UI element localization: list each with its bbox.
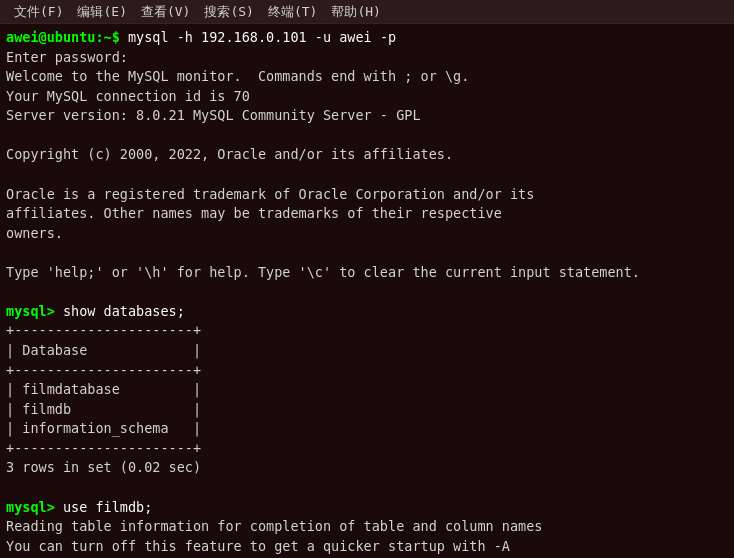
mysql-line: mysql> use filmdb; — [6, 498, 728, 518]
terminal-output-line: owners. — [6, 224, 728, 244]
menu-item-t[interactable]: 终端(T) — [262, 2, 323, 22]
mysql-command: use filmdb; — [63, 499, 152, 515]
terminal-output-line: Your MySQL connection id is 70 — [6, 87, 728, 107]
terminal-output-line: Reading table information for completion… — [6, 517, 728, 537]
blank-line — [6, 165, 728, 185]
terminal-output-line: +----------------------+ — [6, 321, 728, 341]
shell-prompt: awei@ubuntu:~$ — [6, 29, 128, 45]
mysql-line: mysql> show databases; — [6, 302, 728, 322]
menu-item-f[interactable]: 文件(F) — [8, 2, 69, 22]
mysql-prompt: mysql> — [6, 499, 63, 515]
mysql-prompt: mysql> — [6, 303, 63, 319]
shell-command: mysql -h 192.168.0.101 -u awei -p — [128, 29, 396, 45]
menu-item-s[interactable]: 搜索(S) — [198, 2, 259, 22]
blank-line — [6, 478, 728, 498]
terminal-output-line: | filmdb | — [6, 400, 728, 420]
terminal-output-line: | Database | — [6, 341, 728, 361]
menu-item-e[interactable]: 编辑(E) — [71, 2, 132, 22]
terminal-line: awei@ubuntu:~$ mysql -h 192.168.0.101 -u… — [6, 28, 728, 48]
terminal-output-line: You can turn off this feature to get a q… — [6, 537, 728, 557]
terminal-output-line: Type 'help;' or '\h' for help. Type '\c'… — [6, 263, 728, 283]
terminal-body[interactable]: awei@ubuntu:~$ mysql -h 192.168.0.101 -u… — [0, 24, 734, 558]
terminal-output-line: | information_schema | — [6, 419, 728, 439]
menu-item-h[interactable]: 帮助(H) — [325, 2, 386, 22]
blank-line — [6, 243, 728, 263]
terminal-output-line: Enter password: — [6, 48, 728, 68]
terminal-output-line: Server version: 8.0.21 MySQL Community S… — [6, 106, 728, 126]
menu-item-v[interactable]: 查看(V) — [135, 2, 196, 22]
terminal-output-line: +----------------------+ — [6, 361, 728, 381]
title-bar: 文件(F)编辑(E)查看(V)搜索(S)终端(T)帮助(H) — [0, 0, 734, 24]
blank-line — [6, 282, 728, 302]
blank-line — [6, 126, 728, 146]
terminal-output-line: Oracle is a registered trademark of Orac… — [6, 185, 728, 205]
terminal-output-line: Copyright (c) 2000, 2022, Oracle and/or … — [6, 145, 728, 165]
mysql-command: show databases; — [63, 303, 185, 319]
terminal-output-line: Welcome to the MySQL monitor. Commands e… — [6, 67, 728, 87]
terminal-output-line: +----------------------+ — [6, 439, 728, 459]
terminal-output-line: affiliates. Other names may be trademark… — [6, 204, 728, 224]
terminal-output-line: 3 rows in set (0.02 sec) — [6, 458, 728, 478]
terminal-output-line: | filmdatabase | — [6, 380, 728, 400]
menu-bar[interactable]: 文件(F)编辑(E)查看(V)搜索(S)终端(T)帮助(H) — [8, 2, 387, 22]
